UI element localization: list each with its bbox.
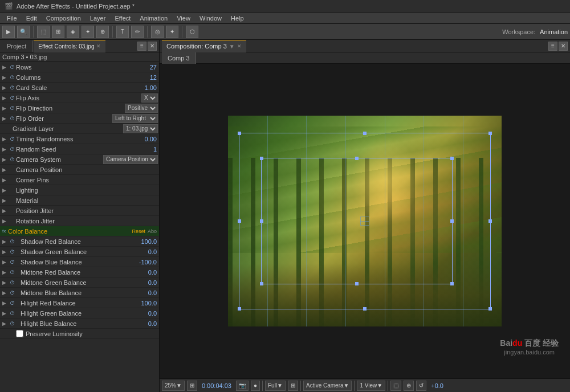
stopwatch-icon-fd: ⏱ [8, 104, 16, 112]
stopwatch-icon-tr: ⏱ [8, 135, 16, 143]
menu-composition[interactable]: Composition [42, 13, 85, 24]
toolbar-btn5[interactable]: ⊕ [96, 26, 109, 38]
left-panel: Project Effect Controls: 03.jpg ✕ ≡ ✕ Co… [0, 40, 160, 392]
prop-gradient-layer: Gradient Layer 1: 03.jpg [0, 124, 159, 134]
prop-shadow-blue: ▶ ⏱ Shadow Blue Balance -100.0 [0, 257, 159, 267]
ctrl-offset: +0.0 [429, 382, 446, 389]
comp-canvas [228, 116, 502, 326]
menu-window[interactable]: Window [195, 13, 226, 24]
comp-tab[interactable]: Composition: Comp 3 ▼ ✕ [162, 40, 246, 52]
ctrl-time[interactable]: 0:00:04:03 [199, 382, 234, 389]
menu-animation[interactable]: Animation [135, 13, 172, 24]
stopwatch-icon-cam: ⏱ [8, 156, 16, 164]
menu-help[interactable]: Help [226, 13, 249, 24]
prop-material: ▶ Material [0, 195, 159, 206]
stopwatch-icon: ⏱ [8, 63, 16, 71]
card-line-2 [306, 116, 307, 326]
main-area: Project Effect Controls: 03.jpg ✕ ≡ ✕ Co… [0, 40, 570, 392]
prop-corner-pins: ▶ Corner Pins [0, 175, 159, 185]
camera-sys-dropdown[interactable]: Camera Position [103, 155, 158, 164]
ctrl-view[interactable]: 1 View ▼ [357, 381, 385, 391]
watermark-baidu: Baidu 百度 经验 [500, 338, 559, 349]
menu-layer[interactable]: Layer [85, 13, 111, 24]
sw-icon-hb: ⏱ [8, 320, 16, 328]
ctrl-active-camera[interactable]: Active Camera ▼ [303, 381, 352, 391]
comp-viewer[interactable]: Baidu 百度 经验 jingyan.baidu.com [160, 64, 570, 378]
prop-midtone-red: ▶ ⏱ Midtone Red Balance 0.0 [0, 267, 159, 277]
titlebar: 🎬 Adobe After Effects - Untitled Project… [0, 0, 570, 13]
ctrl-sep1 [262, 381, 263, 391]
card-line-4 [385, 116, 385, 326]
flip-axis-dropdown[interactable]: X [141, 93, 158, 103]
ctrl-render-quality[interactable]: ⬚ [390, 381, 401, 391]
project-tab[interactable]: Project [2, 40, 31, 52]
sw-icon-hr: ⏱ [8, 299, 16, 307]
menu-view[interactable]: View [172, 13, 195, 24]
gradient-dropdown[interactable]: 1: 03.jpg [123, 124, 158, 133]
toolbar-btn9[interactable]: ✦ [166, 26, 178, 38]
reset-button[interactable]: Reset [132, 228, 145, 234]
comp-tab-close[interactable]: ✕ [237, 43, 242, 49]
flip-order-dropdown[interactable]: Left to Right [112, 114, 158, 123]
preserve-lum-checkbox[interactable] [16, 330, 23, 337]
stopwatch-icon-cols: ⏱ [8, 74, 16, 81]
prop-rows: ▶ ⏱ Rows 27 [0, 62, 159, 72]
ctrl-snapshot[interactable]: 📷 [236, 381, 249, 391]
menu-effect[interactable]: Effect [110, 13, 135, 24]
effect-controls-panel: ▶ ⏱ Rows 27 ▶ ⏱ Columns 12 ▶ ⏱ Card Scal… [0, 62, 159, 392]
forest-image [228, 116, 502, 326]
toolbar-btn7[interactable]: ✏ [131, 26, 144, 38]
prop-flip-order: ▶ ⏱ Flip Order Left to Right [0, 113, 159, 124]
panel-close-btn[interactable]: ✕ [148, 42, 157, 51]
ctrl-zoom[interactable]: 25% ▼ [162, 381, 185, 391]
prop-random-seed: ▶ ⏱ Random Seed 1 [0, 144, 159, 154]
prop-midtone-blue: ▶ ⏱ Midtone Blue Balance 0.0 [0, 288, 159, 298]
prop-color-balance-header: fx Color Balance Reset Abo [0, 226, 159, 236]
ctrl-grid2[interactable]: ⊞ [288, 381, 298, 391]
ctrl-layer-view[interactable]: ● [251, 381, 260, 391]
sw-icon-mr: ⏱ [8, 268, 16, 276]
prop-card-scale: ▶ ⏱ Card Scale 1.00 [0, 83, 159, 93]
prop-flip-axis: ▶ ⏱ Flip Axis X [0, 93, 159, 103]
toolbar-btn3[interactable]: ◈ [67, 26, 79, 38]
menu-edit[interactable]: Edit [22, 13, 42, 24]
prop-camera-pos: ▶ Camera Position [0, 165, 159, 175]
flip-dir-dropdown[interactable]: Positive [125, 104, 158, 113]
abo-button[interactable]: Abo [148, 228, 157, 234]
comp-panel-close[interactable]: ✕ [559, 42, 568, 51]
right-area: Composition: Comp 3 ▼ ✕ ≡ ✕ Comp 3 [160, 40, 570, 392]
ctrl-quality[interactable]: Full ▼ [265, 381, 286, 391]
panel-menu-btn[interactable]: ≡ [137, 42, 146, 51]
toolbar-btn10[interactable]: ⬡ [186, 26, 198, 38]
effect-controls-tab[interactable]: Effect Controls: 03.jpg ✕ [34, 40, 105, 52]
toolbar-search[interactable]: 🔍 [17, 26, 30, 38]
card-line-1 [267, 116, 268, 326]
toolbar-select[interactable]: ▶ [2, 26, 15, 38]
toolbar-btn4[interactable]: ✦ [82, 26, 94, 38]
comp3-inner-tab[interactable]: Comp 3 [162, 52, 196, 64]
toolbar-btn8[interactable]: ◎ [151, 26, 164, 38]
comp-panel-menu[interactable]: ≡ [548, 42, 557, 51]
stopwatch-icon-fo: ⏱ [8, 115, 16, 122]
toolbar-btn6[interactable]: T [116, 26, 129, 38]
panel-header: Project Effect Controls: 03.jpg ✕ ≡ ✕ [0, 40, 159, 52]
tab-close-icon[interactable]: ✕ [96, 43, 101, 49]
sw-icon-hg: ⏱ [8, 309, 16, 317]
prop-lighting: ▶ Lighting [0, 185, 159, 195]
ec-comp-name: Comp 3 • 03.jpg [0, 52, 159, 62]
ctrl-toggle[interactable]: ⊕ [404, 381, 414, 391]
prop-hilight-blue: ▶ ⏱ Hilight Blue Balance 0.0 [0, 318, 159, 329]
toolbar: ▶ 🔍 ⬚ ⊞ ◈ ✦ ⊕ T ✏ ◎ ✦ ⬡ Workspace: Anima… [0, 24, 570, 40]
card-line-3 [345, 116, 346, 326]
toolbar-btn2[interactable]: ⊞ [52, 26, 64, 38]
prop-timing-rand: ▶ ⏱ Timing Randomness 0.00 [0, 134, 159, 144]
workspace-value: Animation [540, 28, 568, 35]
card-line-5 [424, 116, 424, 326]
ctrl-grid[interactable]: ⊞ [187, 381, 197, 391]
toolbar-sep4 [182, 26, 182, 38]
toolbar-btn1[interactable]: ⬚ [37, 26, 50, 38]
stopwatch-icon-fa: ⏱ [8, 94, 16, 102]
ctrl-reset[interactable]: ↺ [416, 381, 426, 391]
fx-icon: fx [2, 228, 8, 234]
menu-file[interactable]: File [2, 13, 22, 24]
